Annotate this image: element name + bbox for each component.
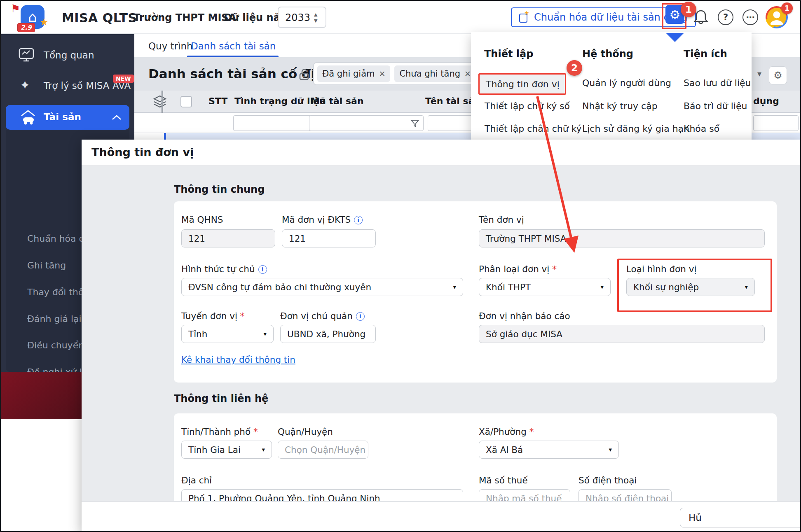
modal-title: Thông tin đơn vị	[91, 146, 194, 159]
label-quan-huyen: Quận/Huyện	[278, 427, 333, 437]
close-icon[interactable]: ✕	[464, 69, 471, 78]
help-button[interactable]: ?	[718, 9, 733, 25]
unit-info-modal: Thông tin đơn vị Thông tin chung Mã QHNS…	[82, 140, 801, 532]
close-icon[interactable]: ✕	[379, 69, 385, 78]
sidebar-item-label: Tài sản	[44, 112, 81, 122]
menu-item-digital-signature[interactable]: Thiết lập chữ ký số	[485, 101, 570, 111]
xa-phuong-select[interactable]: Xã Al Bá▾	[479, 441, 619, 459]
menu-item-label: Thông tin đơn vị	[486, 79, 560, 89]
sidebar-sub-revaluate[interactable]: Đánh giá lại	[27, 314, 82, 324]
sidebar-sub-record-increase[interactable]: Ghi tăng	[27, 260, 66, 271]
cancel-button[interactable]: Hủ	[680, 508, 801, 527]
sidebar-item-ava-assistant[interactable]: ✦ Trợ lý số MISA AVA NEW	[1, 72, 134, 97]
avatar-badge: 1	[781, 2, 793, 14]
modal-body: Thông tin chung Mã QHNS Mã đơn vị ĐKTSi …	[82, 166, 801, 527]
annotation-step-2: 2	[567, 60, 582, 76]
info-icon[interactable]: i	[356, 312, 365, 321]
menu-item-maintenance[interactable]: Bảo trì dữ liệu	[684, 101, 747, 111]
org-name[interactable]: Trường THPT MISA	[134, 12, 236, 23]
filter-chip[interactable]: Đã ghi giảm ✕	[317, 65, 390, 82]
label-hinh-thuc: Hình thức tự chủi	[181, 264, 267, 274]
tuyen-select[interactable]: Tỉnh▾	[181, 325, 274, 343]
filter-chips: Đã ghi giảm ✕ Chưa ghi tăng ✕ Đa	[313, 62, 480, 85]
label-ma-dkts: Mã đơn vị ĐKTSi	[282, 215, 363, 225]
column-header-partial: dụng	[753, 96, 779, 106]
sidebar-item-label: Tổng quan	[44, 50, 94, 61]
chu-quan-input[interactable]: UBND xã, Phường	[280, 325, 376, 343]
filter-chip[interactable]: Chưa ghi tăng ✕	[394, 65, 476, 82]
declare-change-link[interactable]: Kê khai thay đổi thông tin	[181, 355, 295, 365]
modal-footer: Hủ	[82, 501, 801, 532]
selected-row-accent	[164, 133, 166, 140]
caret-down-icon: ▾	[263, 330, 267, 338]
logo-version-badge: 2.9	[17, 23, 35, 32]
sidebar-item-overview[interactable]: Tổng quan	[1, 42, 134, 67]
select-all-checkbox[interactable]	[180, 96, 192, 107]
required-mark: *	[253, 427, 258, 437]
caret-down-icon: ▾	[609, 446, 612, 453]
label-so-dien-thoai: Số điện thoại	[578, 475, 637, 485]
sidebar-sub-normalize[interactable]: Chuẩn hóa dữ	[27, 233, 90, 244]
flag-icon: ⚑	[11, 2, 20, 15]
column-header-stt[interactable]: STT	[208, 96, 227, 106]
app-logo[interactable]: ⚑ ⌂ ★ 2.9	[10, 2, 51, 33]
gear-icon: ⚙	[773, 70, 782, 81]
spin-up-icon[interactable]: ▲	[314, 12, 317, 17]
more-options-button[interactable]: ⋯	[742, 9, 758, 25]
menu-section-setup: Thiết lập	[484, 48, 533, 60]
extra-filter-input[interactable]	[753, 115, 799, 131]
monitor-icon	[18, 47, 35, 62]
funnel-icon[interactable]	[410, 119, 420, 128]
divider	[161, 91, 162, 113]
ten-don-vi-input: Trường THPT MISA	[479, 229, 765, 247]
layers-icon[interactable]	[152, 95, 167, 109]
app-title: MISA QLTS	[62, 11, 137, 25]
unlock-icon[interactable]	[298, 68, 310, 81]
nhan-bao-cao-input: Sở giáo dục MISA	[479, 325, 765, 343]
chip-label: Đã ghi giảm	[322, 69, 375, 79]
menu-item-lock-period[interactable]: Khóa sổ	[684, 124, 719, 134]
asset-code-filter-input[interactable]	[309, 115, 424, 131]
year-selector[interactable]: 2033 ▲ ▼	[278, 7, 326, 28]
menu-section-system: Hệ thống	[582, 48, 633, 60]
label-ma-so-thue: Mã số thuế	[479, 475, 528, 485]
hinh-thuc-select[interactable]: ĐVSN công tự đảm bảo chi thường xuyên▾	[181, 278, 463, 296]
ma-dkts-input[interactable]: 121	[282, 229, 376, 247]
modal-header: Thông tin đơn vị	[82, 140, 801, 166]
caret-down-icon: ▾	[600, 283, 604, 291]
sidebar-item-assets[interactable]: Tài sản	[6, 105, 129, 130]
label-ma-qhns: Mã QHNS	[181, 215, 223, 225]
question-icon: ?	[723, 12, 728, 22]
info-icon[interactable]: i	[354, 216, 363, 224]
phan-loai-select[interactable]: Khối THPT▾	[479, 278, 611, 296]
tab-workflow[interactable]: Quy trình	[148, 41, 193, 51]
caret-down-icon: ▾	[453, 283, 456, 291]
menu-item-backup[interactable]: Sao lưu dữ liệu	[684, 78, 751, 88]
column-settings-button[interactable]: ⚙	[769, 66, 787, 84]
spin-down-icon[interactable]: ▼	[314, 19, 317, 23]
annotation-step-1: 1	[681, 2, 696, 17]
ma-qhns-input: 121	[181, 229, 275, 247]
year-value: 2033	[285, 12, 310, 23]
tab-asset-list[interactable]: Danh sách tài sản	[191, 41, 276, 51]
quan-huyen-select[interactable]: Chọn Quận/Huyện▾	[278, 441, 368, 459]
required-mark: *	[529, 427, 534, 437]
label-chu-quan: Đơn vị chủ quảni	[280, 311, 365, 321]
menu-item-user-management[interactable]: Quản lý người dùng	[582, 78, 671, 88]
document-star-icon: ★	[519, 12, 529, 23]
info-icon[interactable]: i	[258, 265, 267, 274]
tinh-tp-select[interactable]: Tỉnh Gia Lai▾	[181, 441, 272, 459]
chevron-up-icon	[111, 114, 122, 121]
ellipsis-icon: ⋯	[746, 12, 755, 22]
sparkle-icon: ✦	[20, 78, 30, 92]
menu-item-access-log[interactable]: Nhật ký truy cập	[582, 101, 658, 111]
chevron-down-icon[interactable]: ▾	[757, 69, 761, 79]
menu-item-signature-footer[interactable]: Thiết lập chân chữ ký	[485, 124, 582, 134]
popover-arrow	[666, 33, 684, 42]
menu-item-renewal-history[interactable]: Lịch sử đăng ký gia hạn	[582, 124, 689, 134]
menu-item-unit-info[interactable]: Thông tin đơn vị	[478, 73, 566, 95]
section-general-info: Thông tin chung	[174, 184, 265, 195]
column-header-asset-code[interactable]: Mã tài sản	[311, 96, 364, 106]
label-dia-chi: Địa chỉ	[181, 475, 212, 485]
label-tuyen: Tuyến đơn vị *	[181, 311, 244, 321]
